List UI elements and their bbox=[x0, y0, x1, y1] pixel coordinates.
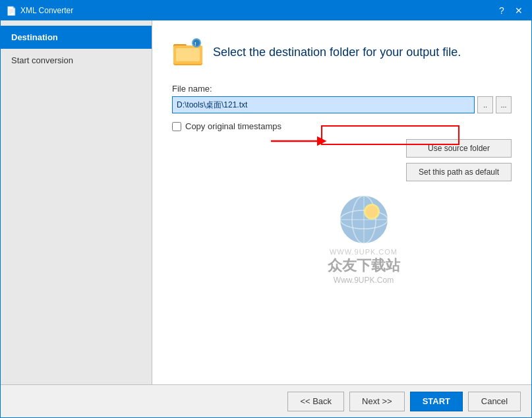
watermark: WWW.9UPK.COM 众友下载站 Www.9UPK.Com bbox=[328, 193, 400, 285]
window-title: XML Converter bbox=[20, 6, 73, 15]
use-source-folder-button[interactable]: Use source folder bbox=[406, 139, 512, 158]
svg-point-14 bbox=[364, 204, 380, 220]
folder-icon: ! bbox=[172, 36, 204, 68]
svg-point-10 bbox=[352, 196, 376, 243]
watermark-text-sub: Www.9UPK.Com bbox=[328, 276, 400, 285]
svg-point-9 bbox=[340, 196, 388, 243]
browse-btn-2[interactable]: ... bbox=[496, 96, 512, 113]
arrow-annotation bbox=[268, 131, 334, 153]
content-heading: Select the destination folder for your o… bbox=[213, 45, 461, 59]
next-button[interactable]: Next >> bbox=[349, 392, 405, 411]
app-window: 📄 XML Converter ? ✕ Destination Start co… bbox=[0, 0, 532, 418]
svg-point-15 bbox=[366, 206, 378, 218]
start-button[interactable]: START bbox=[410, 392, 463, 411]
help-button[interactable]: ? bbox=[494, 3, 509, 18]
file-label: File name: bbox=[172, 84, 512, 94]
watermark-globe-icon bbox=[338, 193, 390, 246]
watermark-text-top: WWW.9UPK.COM bbox=[328, 248, 400, 256]
sidebar-item-start-conversion[interactable]: Start conversion bbox=[1, 49, 152, 72]
copy-timestamps-label: Copy original timestamps bbox=[185, 121, 281, 131]
action-buttons: Use source folder Set this path as defau… bbox=[406, 139, 512, 181]
checkbox-row: Copy original timestamps bbox=[172, 121, 512, 131]
file-input[interactable] bbox=[172, 96, 475, 113]
file-name-group: File name: .. ... bbox=[172, 84, 512, 113]
svg-text:!: ! bbox=[194, 41, 196, 47]
set-path-default-button[interactable]: Set this path as default bbox=[406, 163, 512, 181]
copy-timestamps-checkbox[interactable] bbox=[172, 122, 181, 131]
footer: << Back Next >> START Cancel bbox=[1, 384, 531, 417]
file-input-row: .. ... bbox=[172, 96, 512, 113]
sidebar-item-destination[interactable]: Destination bbox=[1, 26, 152, 49]
title-bar-controls: ? ✕ bbox=[494, 3, 526, 18]
sidebar-item-label: Destination bbox=[11, 32, 58, 42]
app-icon: 📄 bbox=[6, 6, 16, 16]
sidebar: Destination Start conversion bbox=[1, 20, 152, 384]
browse-btn-1[interactable]: .. bbox=[477, 96, 493, 113]
content-area: ! Select the destination folder for your… bbox=[152, 20, 531, 384]
cancel-button[interactable]: Cancel bbox=[468, 392, 521, 411]
svg-rect-3 bbox=[176, 48, 200, 61]
title-bar-left: 📄 XML Converter bbox=[6, 6, 73, 16]
svg-point-11 bbox=[340, 210, 388, 229]
main-content: Destination Start conversion ! bbox=[1, 20, 531, 384]
sidebar-item-label: Start conversion bbox=[11, 55, 73, 65]
close-button[interactable]: ✕ bbox=[512, 3, 526, 18]
back-button[interactable]: << Back bbox=[287, 392, 344, 411]
title-bar: 📄 XML Converter ? ✕ bbox=[1, 1, 531, 20]
content-header: ! Select the destination folder for your… bbox=[172, 36, 512, 68]
watermark-text-main: 众友下载站 bbox=[328, 256, 400, 276]
